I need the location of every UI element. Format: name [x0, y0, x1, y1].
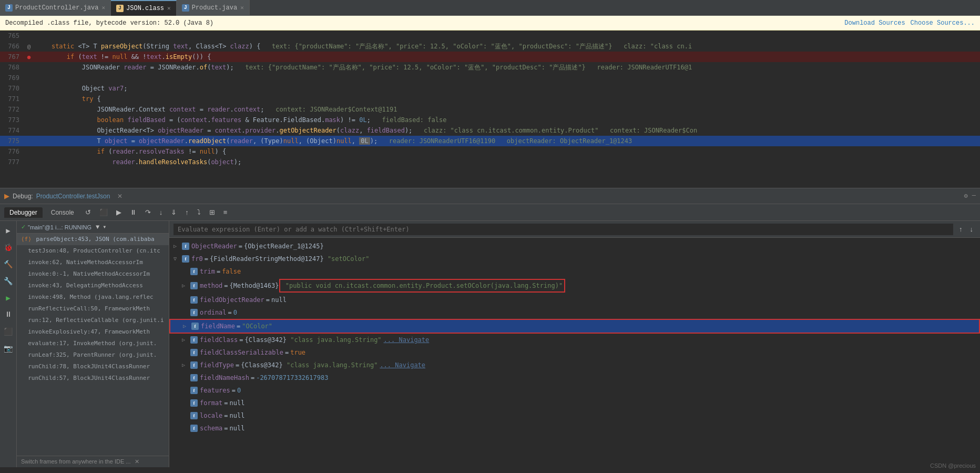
frame-item-9[interactable]: evaluate:17, InvokeMethod (org.junit.	[17, 338, 169, 349]
var-row-format[interactable]: f format = null	[169, 397, 980, 409]
stop-button[interactable]: ⬛	[97, 207, 110, 217]
expand-fieldtype[interactable]: ▷	[182, 360, 190, 370]
debug-icon[interactable]: 🐞	[2, 241, 15, 254]
editor-area: 765 766 @ static <T> T parseObject(Strin…	[0, 31, 980, 188]
var-row-locale[interactable]: f locale = null	[169, 409, 980, 422]
trace-current-button[interactable]: ≡	[221, 207, 230, 217]
var-row-ordinal[interactable]: f ordinal = 0	[169, 306, 980, 319]
tab-debugger[interactable]: Debugger	[4, 207, 43, 218]
expand-fieldname[interactable]: ▷	[183, 321, 191, 331]
vars-up-button[interactable]: ↑	[956, 224, 965, 234]
var-row-fieldclass[interactable]: ▷ f fieldClass = {Class@342} "class java…	[169, 334, 980, 346]
download-sources-link[interactable]: Download Sources	[844, 19, 905, 27]
fieldclass-navigate[interactable]: ... Navigate	[384, 335, 430, 345]
debug-session-close[interactable]: ✕	[117, 193, 122, 200]
debug-header: ▶ Debug: ProductController.testJson ✕ ⚙ …	[0, 188, 980, 204]
filter-icon[interactable]: ▼	[96, 224, 99, 231]
frames-bottom-close[interactable]: ✕	[135, 458, 139, 465]
debug-title: ▶ Debug: ProductController.testJson ✕	[4, 192, 122, 200]
frame-item-8[interactable]: invokeExplosively:47, FrameworkMeth	[17, 326, 169, 338]
frame-item-10[interactable]: runLeaf:325, ParentRunner (org.junit.	[17, 349, 169, 361]
step-over-button[interactable]: ↷	[142, 207, 154, 217]
tab-product-java[interactable]: J Product.java ✕	[177, 0, 250, 16]
thread-label: ✓ "main"@1 i...: RUNNING	[21, 224, 91, 230]
debug-body: ▶ 🐞 🔨 🔧 ▶ ⏸ ⬛ 📷 ✓ "main"@1 i...: RUNNING…	[0, 221, 980, 467]
var-row-method[interactable]: ▷ f method = {Method@1463} "public void …	[169, 278, 980, 294]
choose-sources-link[interactable]: Choose Sources...	[911, 19, 975, 27]
debug-header-actions: ⚙ —	[964, 192, 976, 200]
frame-item-11[interactable]: runChild:78, BlockJUnit4ClassRunner	[17, 361, 169, 373]
var-row-fr0[interactable]: ▽ f fr0 = {FieldReaderStringMethod@1247}…	[169, 253, 980, 265]
vars-panel: ↑ ↓ ▷ f ObjectReader = {ObjectReader_1@1…	[169, 221, 980, 467]
field-icon: f	[190, 336, 198, 344]
expand-objectreader[interactable]: ▷	[173, 241, 182, 251]
frames-toolbar: ✓ "main"@1 i...: RUNNING ▼ ▾	[17, 221, 169, 234]
frame-item-4[interactable]: invoke:43, DelegatingMethodAccess	[17, 280, 169, 291]
var-row-fieldname[interactable]: ▷ f fieldName = "OColor"	[169, 319, 980, 334]
notice-text: Decompiled .class file, bytecode version…	[5, 19, 213, 27]
field-icon: f	[190, 374, 198, 381]
resume-button[interactable]: ▶	[114, 207, 124, 217]
expand-fr0[interactable]: ▽	[173, 254, 182, 264]
vars-down-button[interactable]: ↓	[967, 224, 976, 234]
field-icon: f	[190, 282, 198, 289]
var-row-field-object-reader[interactable]: f fieldObjectReader = null	[169, 294, 980, 306]
frame-item-0[interactable]: ⟨f⟩ parseObject:453, JSON (com.alibaba	[17, 234, 169, 245]
tab-product-controller[interactable]: J ProductController.java ✕	[0, 0, 111, 16]
vars-arrows: ↑ ↓	[956, 224, 976, 234]
watermark: CSDN @precious	[930, 462, 976, 469]
frames-panel: ✓ "main"@1 i...: RUNNING ▼ ▾ ⟨f⟩ parseOb…	[17, 221, 169, 467]
stop-sidebar-icon[interactable]: ⬛	[2, 325, 15, 338]
frames-bottom[interactable]: Switch frames from anywhere in the IDE .…	[17, 456, 169, 467]
frame-item-1[interactable]: testJson:48, ProductController (cn.itc	[17, 245, 169, 257]
field-icon: f	[190, 399, 198, 407]
step-out-button[interactable]: ↑	[182, 207, 191, 217]
thread-running-icon: ✓	[21, 224, 26, 230]
rerun-button[interactable]: ↺	[83, 207, 94, 217]
tab-json-class[interactable]: J JSON.class ✕	[111, 0, 177, 16]
minimize-icon[interactable]: —	[972, 192, 976, 200]
frame-item-7[interactable]: run:12, ReflectiveCallable (org.junit.i	[17, 315, 169, 326]
tab-close-icon[interactable]: ✕	[167, 5, 171, 12]
tab-label: ProductController.java	[15, 4, 98, 12]
fieldtype-navigate[interactable]: ... Navigate	[380, 360, 425, 370]
play-resume-icon[interactable]: ▶	[2, 291, 15, 304]
frame-item-3[interactable]: invoke:0:-1, NativeMethodAccessorIm	[17, 268, 169, 280]
frame-item-6[interactable]: runReflectiveCall:50, FrameworkMeth	[17, 303, 169, 315]
var-row-fieldclassserializable[interactable]: f fieldClassSerializable = true	[169, 346, 980, 359]
filter-dropdown[interactable]: ▾	[103, 223, 106, 231]
evaluate-button[interactable]: ⊞	[207, 207, 218, 217]
var-row-fieldtype[interactable]: ▷ f fieldType = {Class@342} "class java.…	[169, 359, 980, 371]
force-step-into-button[interactable]: ⇓	[168, 207, 179, 217]
code-line-768: 768 JSONReader reader = JSONReader.of(te…	[0, 62, 980, 73]
var-row-schema[interactable]: f schema = null	[169, 422, 980, 435]
pause-button[interactable]: ⏸	[127, 207, 139, 217]
run-to-cursor-button[interactable]: ⤵	[195, 207, 203, 217]
code-line-770: 770 Object var7;	[0, 83, 980, 94]
code-line-777: 777 reader.handleResolveTasks(object);	[0, 157, 980, 167]
frame-item-5[interactable]: invoke:498, Method (java.lang.reflec	[17, 291, 169, 303]
expand-method[interactable]: ▷	[182, 280, 190, 291]
camera-icon[interactable]: 📷	[2, 342, 15, 355]
debug-section: ▶ Debug: ProductController.testJson ✕ ⚙ …	[0, 188, 980, 467]
settings-icon[interactable]: ⚙	[964, 192, 968, 200]
frame-item-12[interactable]: runChild:57, BlockJUnit4ClassRunner	[17, 373, 169, 384]
step-into-button[interactable]: ↓	[157, 207, 166, 217]
java-icon: J	[5, 4, 13, 12]
field-icon: f	[190, 296, 198, 304]
code-line-773: 773 boolean fieldBased = (context.featur…	[0, 115, 980, 125]
tab-console[interactable]: Console	[46, 207, 79, 218]
build-icon[interactable]: 🔨	[2, 258, 15, 270]
var-row-features[interactable]: f features = 0	[169, 384, 980, 397]
tab-close-icon[interactable]: ✕	[240, 4, 244, 11]
expand-fieldclass[interactable]: ▷	[182, 335, 190, 345]
pause-sidebar-icon[interactable]: ⏸	[2, 308, 15, 321]
tools-icon[interactable]: 🔧	[2, 275, 15, 287]
var-row-fieldnamehash[interactable]: f fieldNameHash = -267078717332617983	[169, 371, 980, 384]
tab-close-icon[interactable]: ✕	[101, 4, 105, 11]
frame-item-2[interactable]: invoke:62, NativeMethodAccessorIm	[17, 257, 169, 268]
var-row-objectreader[interactable]: ▷ f ObjectReader = {ObjectReader_1@1245}	[169, 240, 980, 253]
eval-input[interactable]	[173, 224, 953, 235]
run-icon[interactable]: ▶	[2, 224, 15, 237]
var-row-trim[interactable]: f trim = false	[169, 265, 980, 278]
